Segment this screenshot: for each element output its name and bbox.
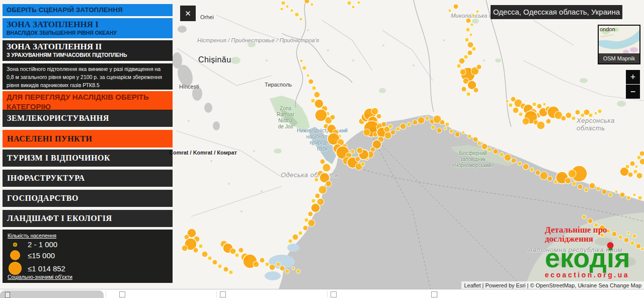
population-marker[interactable]: [318, 186, 327, 194]
population-marker[interactable]: [292, 234, 298, 240]
legend-title-link[interactable]: Кількість населення: [8, 233, 168, 239]
population-marker[interactable]: [462, 131, 465, 134]
population-marker[interactable]: [561, 116, 566, 121]
zoom-out-button[interactable]: −: [626, 85, 640, 99]
population-marker[interactable]: [388, 124, 392, 128]
population-marker[interactable]: [310, 3, 313, 6]
population-marker[interactable]: [269, 264, 275, 270]
population-marker[interactable]: [202, 251, 208, 257]
population-marker[interactable]: [444, 127, 447, 130]
population-marker[interactable]: [361, 162, 365, 166]
population-marker[interactable]: [357, 147, 363, 154]
population-marker[interactable]: [466, 28, 470, 32]
population-marker[interactable]: [303, 226, 308, 231]
population-marker[interactable]: [633, 193, 636, 196]
population-marker[interactable]: [633, 170, 637, 174]
population-marker[interactable]: [476, 64, 481, 69]
population-marker[interactable]: [314, 92, 320, 98]
population-marker[interactable]: [314, 178, 318, 182]
population-marker[interactable]: [464, 55, 468, 59]
population-marker[interactable]: [276, 262, 280, 266]
population-marker[interactable]: [626, 196, 630, 200]
population-marker[interactable]: [488, 147, 492, 152]
population-marker[interactable]: [407, 122, 411, 126]
population-marker[interactable]: [208, 256, 212, 260]
population-marker[interactable]: [568, 170, 576, 178]
population-marker[interactable]: [357, 1, 360, 4]
population-marker[interactable]: [312, 86, 316, 90]
population-marker[interactable]: [472, 14, 475, 17]
population-marker[interactable]: [445, 122, 449, 126]
population-marker[interactable]: [513, 107, 519, 113]
population-marker[interactable]: [481, 143, 488, 150]
close-button[interactable]: ✕: [180, 6, 196, 21]
research-link[interactable]: Детальніше про дослідження: [545, 226, 644, 244]
population-marker[interactable]: [330, 115, 335, 120]
population-marker[interactable]: [320, 159, 325, 164]
population-marker[interactable]: [311, 203, 320, 212]
population-marker[interactable]: [522, 118, 529, 125]
population-marker[interactable]: [575, 110, 580, 115]
population-marker[interactable]: [467, 134, 471, 138]
population-marker[interactable]: [506, 100, 509, 103]
category-tourism[interactable]: ТУРИЗМ І ВІДПОЧИНОК: [3, 150, 173, 167]
flood-zone-2-button[interactable]: ЗОНА ЗАТОПЛЕННЯ II З УРАХУВАННЯМ ТИМЧАСО…: [3, 40, 173, 61]
population-marker[interactable]: [594, 112, 597, 115]
population-marker[interactable]: [199, 244, 203, 248]
population-marker[interactable]: [598, 109, 602, 113]
population-marker[interactable]: [425, 116, 429, 120]
population-marker[interactable]: [440, 120, 445, 125]
population-marker[interactable]: [493, 149, 498, 154]
population-marker[interactable]: [477, 141, 481, 145]
population-marker[interactable]: [296, 269, 300, 273]
population-marker[interactable]: [546, 119, 551, 124]
population-marker[interactable]: [288, 239, 292, 243]
population-marker[interactable]: [437, 128, 442, 133]
population-marker[interactable]: [467, 50, 472, 55]
population-marker[interactable]: [371, 108, 378, 115]
population-marker[interactable]: [469, 33, 472, 36]
zoom-in-button[interactable]: +: [626, 70, 640, 84]
population-marker[interactable]: [504, 154, 511, 161]
population-marker[interactable]: [281, 1, 285, 5]
tab-favicon-icon[interactable]: [331, 291, 337, 297]
population-marker[interactable]: [532, 102, 536, 106]
population-marker[interactable]: [285, 269, 289, 273]
population-marker[interactable]: [431, 125, 435, 129]
population-marker[interactable]: [229, 270, 233, 274]
population-marker[interactable]: [530, 168, 534, 172]
population-marker[interactable]: [347, 1, 351, 5]
population-marker[interactable]: [253, 261, 259, 267]
population-marker[interactable]: [390, 130, 395, 135]
ecoaction-logo[interactable]: екодія: [545, 246, 644, 270]
population-marker[interactable]: [308, 211, 313, 216]
population-marker[interactable]: [280, 266, 285, 271]
population-marker[interactable]: [304, 0, 309, 4]
population-marker[interactable]: [396, 127, 400, 131]
population-marker[interactable]: [639, 151, 644, 156]
population-marker[interactable]: [535, 170, 540, 175]
population-marker[interactable]: [572, 182, 576, 186]
population-marker[interactable]: [280, 8, 283, 11]
population-marker[interactable]: [639, 159, 644, 165]
population-marker[interactable]: [326, 181, 332, 187]
population-marker[interactable]: [540, 172, 548, 180]
population-marker[interactable]: [637, 156, 641, 160]
category-settlements[interactable]: НАСЕЛЕНІ ПУНКТИ: [3, 130, 173, 147]
minimap-layer-switcher[interactable]: ondon OSM Mapnik: [598, 25, 640, 64]
population-marker[interactable]: [620, 192, 625, 197]
population-marker[interactable]: [400, 123, 406, 129]
population-marker[interactable]: [635, 165, 638, 168]
geocoder-result-bar[interactable]: Одесса, Одесская область, Украина: [491, 5, 622, 19]
population-marker[interactable]: [315, 193, 320, 198]
tab-active[interactable]: [0, 290, 104, 298]
population-marker[interactable]: [308, 219, 315, 227]
population-marker[interactable]: [537, 104, 542, 109]
population-marker[interactable]: [466, 92, 470, 96]
population-marker[interactable]: [578, 184, 583, 189]
category-infrastructure[interactable]: ІНФРАСТРУКТУРА: [3, 170, 173, 187]
population-marker[interactable]: [304, 218, 308, 222]
population-marker[interactable]: [455, 132, 460, 137]
population-marker[interactable]: [302, 66, 306, 70]
population-marker[interactable]: [323, 164, 331, 172]
